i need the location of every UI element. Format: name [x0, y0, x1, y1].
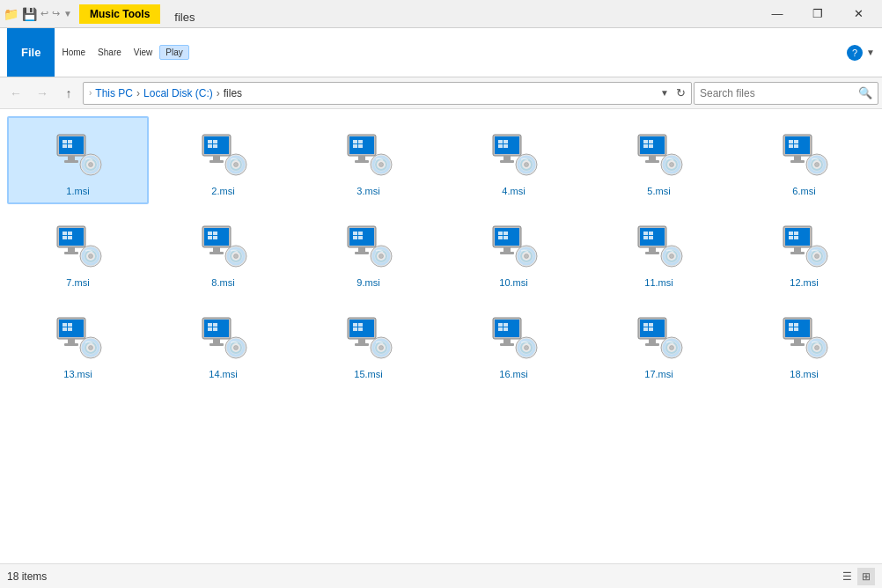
svg-rect-91: [213, 236, 217, 239]
minimize-button[interactable]: —: [757, 0, 797, 28]
help-icon[interactable]: ?: [847, 45, 863, 61]
svg-rect-4: [62, 140, 67, 143]
svg-rect-182: [503, 339, 511, 343]
search-box[interactable]: 🔍: [694, 82, 878, 105]
svg-rect-150: [62, 327, 67, 331]
list-item[interactable]: 10.msi: [443, 208, 584, 296]
file-icon: [776, 126, 833, 182]
details-view-button[interactable]: ☰: [838, 568, 856, 585]
status-bar: 18 items ☰ ⊞: [0, 563, 882, 588]
svg-rect-77: [68, 232, 72, 235]
play-label: Play: [165, 48, 182, 57]
list-item[interactable]: 6.msi: [733, 116, 875, 204]
svg-point-131: [669, 254, 673, 259]
list-item[interactable]: 13.msi: [7, 299, 149, 387]
tab-view[interactable]: View: [129, 46, 158, 59]
list-item[interactable]: 4.msi: [443, 116, 584, 204]
breadcrumb-local-disk[interactable]: Local Disk (C:): [143, 87, 213, 99]
list-item[interactable]: 14.msi: [152, 299, 294, 387]
svg-rect-62: [794, 156, 801, 160]
maximize-button[interactable]: ❐: [797, 0, 838, 28]
file-icon: [195, 309, 252, 365]
file-label: 15.msi: [354, 369, 382, 379]
list-item[interactable]: 15.msi: [298, 299, 439, 387]
list-item[interactable]: 7.msi: [7, 208, 149, 296]
file-icon: [195, 217, 252, 274]
customize-icon[interactable]: ▼: [63, 9, 72, 18]
svg-rect-208: [789, 323, 793, 327]
breadcrumb-this-pc[interactable]: This PC: [95, 87, 133, 99]
search-input[interactable]: [700, 87, 858, 99]
list-item[interactable]: 12.msi: [733, 208, 875, 296]
list-item[interactable]: 9.msi: [298, 208, 439, 296]
svg-rect-111: [500, 252, 514, 254]
svg-rect-88: [208, 232, 212, 235]
view-label: View: [134, 48, 153, 57]
svg-rect-159: [209, 343, 224, 346]
tab-home[interactable]: Home: [56, 46, 91, 59]
svg-rect-65: [794, 140, 798, 143]
svg-rect-158: [213, 339, 220, 343]
file-label: 11.msi: [644, 277, 673, 288]
svg-rect-134: [794, 247, 801, 252]
file-icon: [486, 217, 542, 274]
close-button[interactable]: ✕: [838, 0, 878, 28]
list-item[interactable]: 18.msi: [733, 299, 875, 387]
file-icon: [776, 217, 833, 274]
list-item[interactable]: 11.msi: [588, 208, 730, 296]
file-icon: [486, 126, 542, 182]
file-icon: [50, 217, 107, 274]
search-icon[interactable]: 🔍: [858, 86, 872, 99]
svg-rect-50: [649, 156, 656, 160]
svg-rect-15: [209, 160, 224, 163]
back-button[interactable]: ←: [4, 81, 28, 106]
svg-rect-185: [503, 323, 508, 327]
tab-share[interactable]: Share: [92, 46, 127, 59]
svg-rect-110: [503, 247, 511, 252]
svg-point-179: [379, 346, 383, 350]
svg-rect-136: [789, 232, 793, 235]
chevron-down-icon[interactable]: ▼: [866, 48, 875, 57]
list-item[interactable]: 8.msi: [152, 208, 294, 296]
svg-rect-102: [353, 236, 357, 239]
svg-rect-209: [794, 323, 798, 327]
svg-rect-173: [358, 323, 363, 327]
svg-point-95: [233, 254, 238, 259]
svg-rect-90: [208, 236, 212, 239]
up-button[interactable]: ↑: [56, 81, 81, 106]
svg-rect-63: [790, 160, 805, 163]
list-item[interactable]: 3.msi: [298, 116, 439, 204]
large-icons-view-button[interactable]: ⊞: [857, 568, 875, 585]
address-bar[interactable]: › This PC › Local Disk (C:) › files ▼ ↻: [83, 82, 692, 105]
svg-rect-151: [68, 327, 72, 331]
svg-rect-103: [358, 236, 363, 239]
list-item[interactable]: 2.msi: [152, 116, 294, 204]
file-label: 17.msi: [644, 369, 673, 379]
file-tab[interactable]: File: [7, 28, 55, 77]
svg-rect-99: [355, 252, 369, 254]
file-label: 16.msi: [499, 369, 527, 379]
tab-play[interactable]: Play: [159, 45, 188, 60]
svg-rect-211: [794, 327, 798, 331]
address-dropdown-icon[interactable]: ▼: [660, 88, 669, 98]
share-label: Share: [98, 48, 121, 57]
tab-music-tools[interactable]: Music Tools: [79, 4, 160, 24]
file-label: 18.msi: [790, 369, 818, 379]
list-item[interactable]: 1.msi: [7, 116, 149, 204]
breadcrumb-files[interactable]: files: [224, 87, 242, 99]
refresh-icon[interactable]: ↻: [676, 86, 686, 99]
svg-rect-184: [498, 323, 503, 327]
svg-rect-123: [645, 252, 659, 254]
svg-rect-138: [789, 236, 793, 239]
svg-rect-115: [503, 236, 508, 239]
svg-rect-27: [355, 160, 369, 163]
svg-rect-210: [789, 327, 793, 331]
list-item[interactable]: 16.msi: [443, 299, 584, 387]
list-item[interactable]: 17.msi: [588, 299, 730, 387]
svg-rect-30: [353, 144, 357, 148]
list-item[interactable]: 5.msi: [588, 116, 730, 204]
svg-rect-7: [68, 144, 72, 148]
breadcrumb-sep-2: ›: [217, 87, 220, 99]
file-icon: [195, 126, 252, 182]
forward-button[interactable]: →: [30, 81, 55, 106]
